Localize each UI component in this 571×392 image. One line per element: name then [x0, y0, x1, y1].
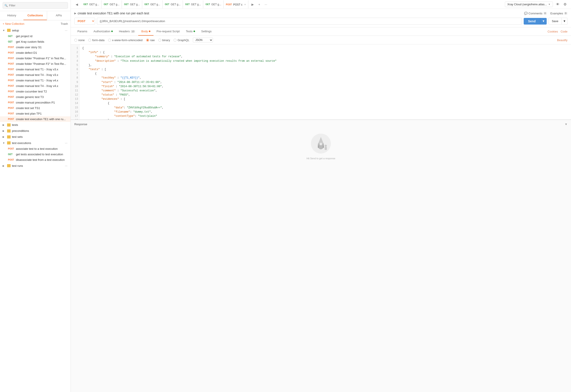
response-collapse-icon[interactable]: ▼ — [565, 123, 568, 126]
tab-headers[interactable]: Headers 10 — [116, 28, 138, 36]
tab-tests[interactable]: Tests — [183, 28, 198, 36]
request-tab-5[interactable]: GET GET g... — [163, 0, 183, 8]
send-dropdown-button[interactable]: ▼ — [540, 18, 547, 25]
tab-pre-request-label: Pre-request Script — [157, 30, 180, 33]
request-item[interactable]: POST create manual precondition P1 — [0, 100, 71, 105]
tab-close-icon[interactable]: ✕ — [244, 3, 246, 6]
radio-form-data[interactable]: form-data — [88, 39, 105, 42]
preconditions-folder[interactable]: ▶ preconditions — [0, 128, 71, 134]
radio-raw[interactable]: raw — [146, 39, 155, 42]
test-runs-folder[interactable]: ▶ test runs ··· — [0, 163, 71, 169]
method-badge: POST — [8, 96, 16, 98]
url-input[interactable] — [97, 18, 522, 25]
save-dropdown-button[interactable]: ▼ — [562, 18, 568, 25]
comments-count: 0 — [543, 12, 547, 15]
sidebar-tab-history[interactable]: History — [0, 11, 23, 20]
response-label: Response — [74, 123, 87, 126]
method-select[interactable]: POST GET PUT DELETE — [74, 18, 95, 25]
radio-urlencoded[interactable]: x-www-form-urlencoded — [108, 39, 143, 42]
folder-more-icon[interactable]: ··· — [64, 164, 68, 167]
tab-settings[interactable]: Settings — [198, 28, 215, 36]
search-input[interactable] — [3, 2, 68, 9]
tab-tests-label: Tests — [186, 30, 192, 33]
radio-binary[interactable]: binary — [158, 39, 170, 42]
code-content[interactable]: { "info" : { "summary" : "Execution of a… — [80, 44, 571, 119]
request-item[interactable]: POST create cucumber test T2 — [0, 89, 71, 94]
request-name: create test execution TE1 with one ru... — [16, 117, 68, 121]
beautify-button[interactable]: Beautify — [557, 39, 568, 42]
save-button[interactable]: Save — [548, 18, 562, 25]
request-item[interactable]: POST create defect D1 — [0, 50, 71, 56]
tab-pre-request[interactable]: Pre-request Script — [154, 28, 183, 36]
folder-toggle-icon: ▶ — [3, 130, 6, 132]
request-tab-2[interactable]: GET GET g... — [101, 0, 122, 8]
request-tab-3[interactable]: GET GET g... — [122, 0, 142, 8]
request-item[interactable]: GET get Xray custom fields — [0, 39, 71, 44]
eye-icon-button[interactable]: 👁 — [555, 1, 560, 7]
folder-icon — [7, 141, 11, 145]
request-item[interactable]: GET get tests associated to test executi… — [0, 152, 71, 157]
request-name: create folder "Postman F2" in Test Re... — [16, 62, 68, 65]
examples-button[interactable]: Examples 0 — [550, 12, 568, 15]
radio-none[interactable]: none — [74, 39, 85, 42]
request-tab-8[interactable]: POST POST c ✕ — [224, 0, 248, 8]
request-item[interactable]: POST disassociate test from a test execu… — [0, 157, 71, 163]
test-sets-folder[interactable]: ▶ test sets — [0, 134, 71, 140]
main-layout: 🔍 History Collections APIs + New Collect… — [0, 0, 571, 392]
request-item[interactable]: POST create user story S1 — [0, 44, 71, 50]
request-tab-6[interactable]: GET GET g... — [183, 0, 203, 8]
tab-prev-button[interactable]: ◀ — [74, 2, 79, 7]
workspace-selector[interactable]: Xray Cloud (sergiofreire.atlas... ▼ — [505, 1, 553, 7]
test-executions-folder[interactable]: ▼ test executions ··· — [0, 140, 71, 146]
trash-button[interactable]: Trash — [61, 22, 68, 26]
sidebar-tab-apis[interactable]: APIs — [47, 11, 71, 20]
cookies-link[interactable]: Cookies — [548, 30, 558, 33]
request-item[interactable]: POST create test set TS1 — [0, 105, 71, 111]
json-format-select[interactable]: JSON Text JavaScript HTML XML — [193, 38, 213, 43]
request-title: ▶ create test execution TE1 with one run… — [74, 12, 149, 15]
folder-icon — [7, 123, 11, 127]
request-tab-4[interactable]: GET GET g... — [142, 0, 163, 8]
send-button[interactable]: Send — [524, 18, 540, 25]
new-collection-button[interactable]: + New Collection — [3, 22, 24, 26]
request-item[interactable]: POST create generic test T3 — [0, 94, 71, 100]
request-tab-1[interactable]: GET GET g... — [81, 0, 101, 8]
folder-more-icon[interactable]: ··· — [64, 29, 68, 32]
request-item[interactable]: POST create folder "Postman F2" in Test … — [0, 61, 71, 67]
method-badge: POST — [8, 90, 16, 93]
method-badge: POST — [8, 118, 16, 120]
radio-circle-graphql — [174, 39, 176, 42]
request-title-actions: 💬 Comments 0 Examples 0 — [524, 12, 568, 15]
request-item[interactable]: POST create folder "Postman F1" in Test … — [0, 56, 71, 61]
request-item[interactable]: POST create manual test T4 - Xray v3.x — [0, 72, 71, 78]
request-name: create manual test T1 - Xray v4.x — [16, 79, 68, 82]
request-title-bar: ▶ create test execution TE1 with one run… — [74, 12, 568, 15]
tab-authorization[interactable]: Authorization — [90, 28, 116, 36]
request-item[interactable]: POST create test plan TP1 — [0, 111, 71, 116]
workspace-bar: ◀ GET GET g... GET GET g... GET GET g... — [71, 0, 571, 9]
tab-next-button[interactable]: ▶ — [250, 2, 255, 7]
radio-graphql[interactable]: GraphQL — [174, 39, 189, 42]
gear-icon-button[interactable]: ⚙ — [563, 1, 568, 7]
tab-params[interactable]: Params — [74, 28, 90, 36]
request-item-active[interactable]: POST create test execution TE1 with one … — [0, 116, 71, 122]
svg-rect-5 — [323, 145, 324, 148]
tab-add-button[interactable]: + — [257, 2, 261, 7]
tab-more-button[interactable]: ··· — [263, 2, 269, 7]
request-name: create cucumber test T2 — [16, 90, 68, 93]
request-item[interactable]: POST create manual test T1 - Xray v4.x — [0, 78, 71, 83]
comments-button[interactable]: 💬 Comments 0 — [524, 12, 547, 15]
request-item[interactable]: POST create manual test T1 - Xray v3.x — [0, 67, 71, 72]
sidebar-search-area: 🔍 — [0, 0, 71, 11]
request-item[interactable]: GET get project id — [0, 33, 71, 39]
request-item[interactable]: POST associate test to a test execution — [0, 146, 71, 152]
tests-folder[interactable]: ▶ tests — [0, 122, 71, 128]
tab-body[interactable]: Body — [138, 28, 154, 36]
code-link[interactable]: Code — [561, 30, 568, 33]
request-item[interactable]: POST create manual test T4 - Xray v4.x — [0, 83, 71, 89]
setup-folder[interactable]: ▼ setup ··· — [0, 27, 71, 33]
tab-label: POST c — [233, 3, 242, 6]
request-tab-7[interactable]: GET GET g... — [203, 0, 224, 8]
folder-more-icon[interactable]: ··· — [64, 141, 68, 145]
sidebar-tab-collections[interactable]: Collections — [23, 11, 47, 20]
